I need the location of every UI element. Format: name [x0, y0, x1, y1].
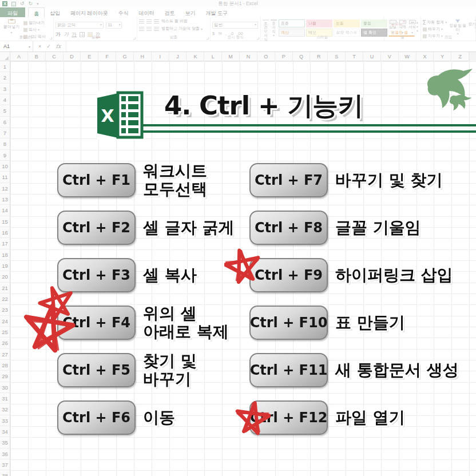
red-star-icon	[224, 247, 261, 284]
keycap-ctrl-f5: Ctrl + F5	[57, 353, 136, 387]
keycap-ctrl-f8: Ctrl + F8	[249, 211, 328, 245]
shortcut-label-ctrl-f2: 셀 글자 굵게	[143, 211, 235, 245]
keycap-ctrl-f10: Ctrl + F10	[249, 306, 328, 340]
keycap-ctrl-f6: Ctrl + F6	[57, 400, 136, 435]
keycap-ctrl-f11: Ctrl + F11	[249, 353, 328, 387]
green-divider-line	[143, 124, 476, 126]
shortcut-label-ctrl-f10: 표 만들기	[335, 306, 405, 340]
shortcut-label-ctrl-f12: 파일 열기	[335, 400, 405, 435]
swallow-birds-icon	[423, 68, 476, 114]
shortcut-label-ctrl-f9: 하이퍼링크 삽입	[335, 258, 453, 292]
excel-window: X ↺ ↻ ▾ 통합 문서1 - Excel 파일홈삽입페이지 레이아웃수식데이…	[0, 0, 476, 476]
keycap-ctrl-f7: Ctrl + F7	[249, 163, 328, 197]
green-divider-line	[143, 130, 476, 133]
shortcut-label-ctrl-f5: 찾기 및바꾸기	[143, 353, 197, 387]
shortcut-label-ctrl-f3: 셀 복사	[143, 258, 197, 292]
svg-text:X: X	[101, 106, 114, 126]
shortcut-label-ctrl-f6: 이동	[143, 400, 175, 435]
red-double-star-icon	[24, 284, 87, 354]
keycap-ctrl-f9: Ctrl + F9	[249, 258, 328, 292]
shortcut-label-ctrl-f1: 워크시트모두선택	[143, 163, 207, 197]
excel-logo-graphic: X	[97, 90, 144, 140]
red-star-icon	[235, 399, 271, 436]
keycap-ctrl-f1: Ctrl + F1	[57, 163, 136, 197]
infographic-title: 4. Ctrl + 기능키	[164, 89, 363, 123]
shortcut-label-ctrl-f4: 위의 셀아래로 복제	[143, 306, 229, 340]
infographic-overlay: X 4. Ctrl + 기능키 Ctrl + F1워크시트모두선택Ctrl + …	[0, 0, 476, 476]
shortcut-label-ctrl-f11: 새 통합문서 생성	[335, 353, 459, 387]
shortcut-label-ctrl-f8: 글꼴 기울임	[335, 211, 421, 245]
keycap-ctrl-f2: Ctrl + F2	[57, 211, 136, 245]
shortcut-label-ctrl-f7: 바꾸기 및 찾기	[335, 163, 443, 197]
